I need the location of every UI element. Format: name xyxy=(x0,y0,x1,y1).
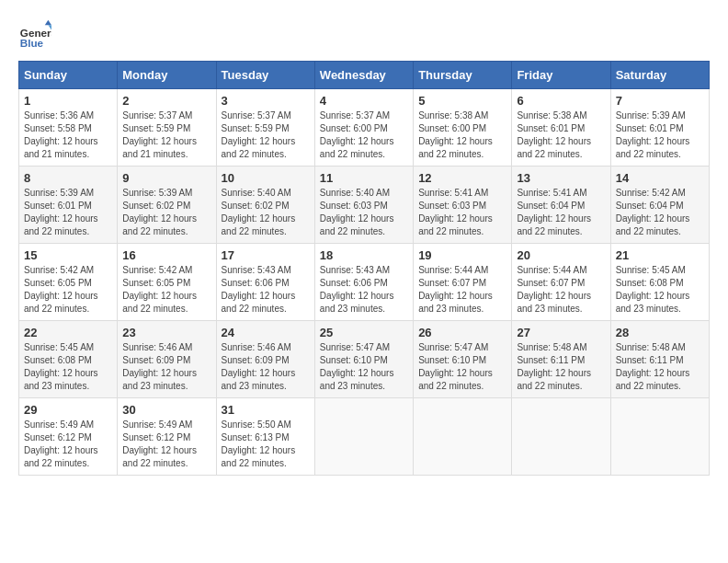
svg-marker-2 xyxy=(45,20,51,25)
calendar-header-row: SundayMondayTuesdayWednesdayThursdayFrid… xyxy=(19,62,710,89)
day-info: Sunrise: 5:47 AMSunset: 6:10 PMDaylight:… xyxy=(418,342,493,391)
day-info: Sunrise: 5:48 AMSunset: 6:11 PMDaylight:… xyxy=(517,342,591,391)
calendar-cell: 21 Sunrise: 5:45 AMSunset: 6:08 PMDaylig… xyxy=(610,244,709,321)
calendar-cell: 7 Sunrise: 5:39 AMSunset: 6:01 PMDayligh… xyxy=(610,89,709,167)
day-number: 27 xyxy=(517,326,605,339)
calendar-cell: 20 Sunrise: 5:44 AMSunset: 6:07 PMDaylig… xyxy=(512,244,610,321)
calendar-cell: 22 Sunrise: 5:45 AMSunset: 6:08 PMDaylig… xyxy=(19,321,118,398)
day-info: Sunrise: 5:40 AMSunset: 6:02 PMDaylight:… xyxy=(222,188,296,236)
calendar-cell: 15 Sunrise: 5:42 AMSunset: 6:05 PMDaylig… xyxy=(19,244,118,321)
logo-icon: General Blue xyxy=(18,18,51,52)
calendar-cell: 3 Sunrise: 5:37 AMSunset: 5:59 PMDayligh… xyxy=(216,89,314,167)
day-number: 5 xyxy=(418,94,506,108)
day-info: Sunrise: 5:45 AMSunset: 6:08 PMDaylight:… xyxy=(24,342,98,391)
calendar-cell: 29 Sunrise: 5:49 AMSunset: 6:12 PMDaylig… xyxy=(19,398,118,476)
calendar-cell: 19 Sunrise: 5:44 AMSunset: 6:07 PMDaylig… xyxy=(414,244,512,321)
logo: General Blue xyxy=(18,18,51,52)
day-info: Sunrise: 5:43 AMSunset: 6:06 PMDaylight:… xyxy=(222,265,296,314)
day-info: Sunrise: 5:44 AMSunset: 6:07 PMDaylight:… xyxy=(418,265,493,314)
day-number: 3 xyxy=(222,94,310,108)
calendar-cell: 14 Sunrise: 5:42 AMSunset: 6:04 PMDaylig… xyxy=(610,167,709,244)
day-info: Sunrise: 5:38 AMSunset: 6:00 PMDaylight:… xyxy=(418,110,493,159)
calendar-cell: 24 Sunrise: 5:46 AMSunset: 6:09 PMDaylig… xyxy=(216,321,314,398)
day-info: Sunrise: 5:41 AMSunset: 6:04 PMDaylight:… xyxy=(517,188,591,236)
day-number: 10 xyxy=(222,171,310,185)
day-info: Sunrise: 5:46 AMSunset: 6:09 PMDaylight:… xyxy=(122,342,197,391)
day-info: Sunrise: 5:39 AMSunset: 6:01 PMDaylight:… xyxy=(616,110,690,159)
day-number: 16 xyxy=(122,248,210,262)
calendar-cell: 5 Sunrise: 5:38 AMSunset: 6:00 PMDayligh… xyxy=(414,89,512,167)
calendar-cell: 12 Sunrise: 5:41 AMSunset: 6:03 PMDaylig… xyxy=(414,167,512,244)
day-info: Sunrise: 5:46 AMSunset: 6:09 PMDaylight:… xyxy=(222,342,296,391)
day-number: 29 xyxy=(24,403,112,417)
calendar-cell: 2 Sunrise: 5:37 AMSunset: 5:59 PMDayligh… xyxy=(118,89,216,167)
calendar-cell: 18 Sunrise: 5:43 AMSunset: 6:06 PMDaylig… xyxy=(314,244,413,321)
calendar-cell: 13 Sunrise: 5:41 AMSunset: 6:04 PMDaylig… xyxy=(512,167,610,244)
day-info: Sunrise: 5:44 AMSunset: 6:07 PMDaylight:… xyxy=(517,265,591,314)
day-number: 24 xyxy=(222,326,310,339)
day-info: Sunrise: 5:39 AMSunset: 6:01 PMDaylight:… xyxy=(24,188,98,236)
day-number: 17 xyxy=(222,248,310,262)
day-number: 8 xyxy=(24,171,112,185)
day-header-thursday: Thursday xyxy=(414,62,512,89)
day-number: 2 xyxy=(122,94,210,108)
day-info: Sunrise: 5:48 AMSunset: 6:11 PMDaylight:… xyxy=(616,342,690,391)
day-info: Sunrise: 5:49 AMSunset: 6:12 PMDaylight:… xyxy=(24,419,98,468)
page-header: General Blue xyxy=(18,18,710,52)
day-info: Sunrise: 5:43 AMSunset: 6:06 PMDaylight:… xyxy=(320,265,394,314)
day-number: 21 xyxy=(616,248,704,262)
calendar-cell: 27 Sunrise: 5:48 AMSunset: 6:11 PMDaylig… xyxy=(512,321,610,398)
calendar-cell: 11 Sunrise: 5:40 AMSunset: 6:03 PMDaylig… xyxy=(314,167,413,244)
day-number: 13 xyxy=(517,171,605,185)
calendar-table: SundayMondayTuesdayWednesdayThursdayFrid… xyxy=(18,61,710,476)
day-number: 30 xyxy=(122,403,210,417)
day-header-monday: Monday xyxy=(118,62,216,89)
calendar-week-row: 15 Sunrise: 5:42 AMSunset: 6:05 PMDaylig… xyxy=(19,244,710,321)
day-header-saturday: Saturday xyxy=(610,62,709,89)
calendar-week-row: 1 Sunrise: 5:36 AMSunset: 5:58 PMDayligh… xyxy=(19,89,710,167)
calendar-cell: 26 Sunrise: 5:47 AMSunset: 6:10 PMDaylig… xyxy=(414,321,512,398)
day-info: Sunrise: 5:41 AMSunset: 6:03 PMDaylight:… xyxy=(418,188,493,236)
calendar-cell xyxy=(314,398,413,476)
day-number: 26 xyxy=(418,326,506,339)
calendar-cell: 28 Sunrise: 5:48 AMSunset: 6:11 PMDaylig… xyxy=(610,321,709,398)
day-info: Sunrise: 5:42 AMSunset: 6:05 PMDaylight:… xyxy=(122,265,197,314)
day-info: Sunrise: 5:38 AMSunset: 6:01 PMDaylight:… xyxy=(517,110,591,159)
day-info: Sunrise: 5:37 AMSunset: 5:59 PMDaylight:… xyxy=(222,110,296,159)
svg-text:Blue: Blue xyxy=(20,37,44,49)
calendar-cell: 8 Sunrise: 5:39 AMSunset: 6:01 PMDayligh… xyxy=(19,167,118,244)
day-number: 9 xyxy=(122,171,210,185)
day-info: Sunrise: 5:50 AMSunset: 6:13 PMDaylight:… xyxy=(222,419,296,468)
day-number: 25 xyxy=(320,326,408,339)
day-info: Sunrise: 5:49 AMSunset: 6:12 PMDaylight:… xyxy=(122,419,197,468)
day-number: 12 xyxy=(418,171,506,185)
calendar-week-row: 8 Sunrise: 5:39 AMSunset: 6:01 PMDayligh… xyxy=(19,167,710,244)
calendar-cell: 31 Sunrise: 5:50 AMSunset: 6:13 PMDaylig… xyxy=(216,398,314,476)
calendar-cell: 10 Sunrise: 5:40 AMSunset: 6:02 PMDaylig… xyxy=(216,167,314,244)
calendar-cell xyxy=(414,398,512,476)
day-info: Sunrise: 5:40 AMSunset: 6:03 PMDaylight:… xyxy=(320,188,394,236)
day-header-tuesday: Tuesday xyxy=(216,62,314,89)
day-number: 15 xyxy=(24,248,112,262)
calendar-cell: 9 Sunrise: 5:39 AMSunset: 6:02 PMDayligh… xyxy=(118,167,216,244)
day-info: Sunrise: 5:37 AMSunset: 6:00 PMDaylight:… xyxy=(320,110,394,159)
day-number: 1 xyxy=(24,94,112,108)
day-number: 7 xyxy=(616,94,704,108)
day-number: 19 xyxy=(418,248,506,262)
day-number: 31 xyxy=(222,403,310,417)
calendar-week-row: 29 Sunrise: 5:49 AMSunset: 6:12 PMDaylig… xyxy=(19,398,710,476)
calendar-week-row: 22 Sunrise: 5:45 AMSunset: 6:08 PMDaylig… xyxy=(19,321,710,398)
day-number: 14 xyxy=(616,171,704,185)
day-info: Sunrise: 5:42 AMSunset: 6:05 PMDaylight:… xyxy=(24,265,98,314)
calendar-cell: 17 Sunrise: 5:43 AMSunset: 6:06 PMDaylig… xyxy=(216,244,314,321)
day-info: Sunrise: 5:42 AMSunset: 6:04 PMDaylight:… xyxy=(616,188,690,236)
calendar-cell: 4 Sunrise: 5:37 AMSunset: 6:00 PMDayligh… xyxy=(314,89,413,167)
day-number: 28 xyxy=(616,326,704,339)
day-number: 22 xyxy=(24,326,112,339)
day-number: 20 xyxy=(517,248,605,262)
calendar-cell: 6 Sunrise: 5:38 AMSunset: 6:01 PMDayligh… xyxy=(512,89,610,167)
calendar-cell xyxy=(512,398,610,476)
day-info: Sunrise: 5:36 AMSunset: 5:58 PMDaylight:… xyxy=(24,110,98,159)
day-info: Sunrise: 5:45 AMSunset: 6:08 PMDaylight:… xyxy=(616,265,690,314)
calendar-cell xyxy=(610,398,709,476)
